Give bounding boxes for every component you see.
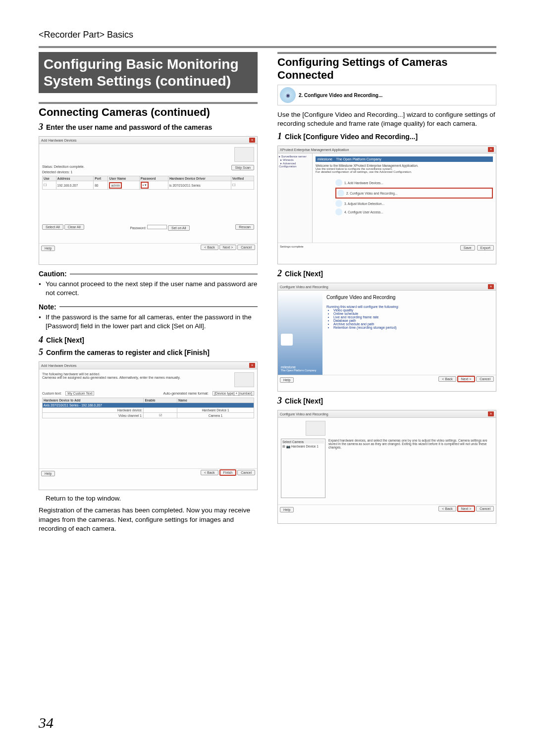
cancel-button[interactable]: Cancel [476,506,494,511]
group-row: Axis 207/210/211 Series - 192.168.0.207 [43,403,254,408]
caution-label: Caution: [39,270,67,278]
back-button[interactable]: < Back [438,506,456,511]
help-button[interactable]: Help [280,507,294,512]
breadcrumb: <Recorder Part> Basics [39,30,496,40]
select-all-button[interactable]: Select All [42,224,63,230]
cell-address: 192.168.0.207 [56,181,94,190]
col-verified: Verified [231,176,254,181]
cancel-button[interactable]: Cancel [476,376,494,382]
close-icon[interactable]: × [488,147,494,152]
page-number: 34 [39,714,54,731]
logo-placeholder [281,334,293,346]
col-port: Port [94,176,108,181]
password-label: Password: [130,226,146,230]
wizard-item-3[interactable]: 3. Adjust Motion Detection... [335,200,493,207]
return-text: Return to the top window. [46,494,258,503]
description-text: Expand hardware devices, and select the … [328,421,493,502]
section-divider [277,52,496,54]
wizard-item-2[interactable]: 2. Configure Video and Recording... [335,188,493,199]
dialog-title: Configure Video and Recording [280,285,328,289]
step-number-5: 5 [39,347,43,357]
skip-scan-button[interactable]: Skip Scan [231,165,254,170]
sub-text-2: For detailed configuration of all settin… [316,170,493,173]
next-button[interactable]: Next > [457,376,475,382]
col-address: Address [56,176,94,181]
close-icon[interactable]: × [488,284,494,289]
list-item: Archive schedule and path [333,322,492,326]
close-icon[interactable]: × [249,138,255,143]
ch-name: Camera 1 [177,413,254,418]
panel-title: Select Camera [282,440,324,444]
motion-icon [335,200,342,207]
password-field[interactable]: • ▾ [141,182,149,189]
screenshot-management-app: XProtect Enterprise Management Applicati… [277,146,496,264]
back-button[interactable]: < Back [201,470,218,475]
main-title: Configuring Basic Monitoring System Sett… [39,52,258,93]
close-icon[interactable]: × [249,363,255,368]
dialog-heading: Configure Video and Recording [326,295,492,300]
intro-line-2: Cameras will be assigned auto-generated … [42,376,180,379]
col-name: Name [177,398,254,403]
caution-text: You cannot proceed to the next step if t… [39,280,258,298]
screenshot-add-hardware-1: Add Hardware Devices × Status: Detection… [39,136,258,265]
logo-placeholder [234,147,254,162]
cancel-button[interactable]: Cancel [237,245,255,250]
export-button[interactable]: Export [477,245,494,251]
logo-placeholder [306,421,325,436]
username-field[interactable]: admin [109,182,122,189]
screenshot-configure-video-2: Configure Video and Recording × Select C… [277,410,496,524]
table-row: Hardware device: Hardware Device 1 [43,408,254,413]
camera-tree-panel: Select Camera ⊞ 📷 Hardware Device 1 [281,439,325,498]
col-driver: Hardware Device Driver [168,176,231,181]
help-button[interactable]: Help [41,246,55,251]
password-input[interactable] [147,225,167,229]
finish-button[interactable]: Finish [219,469,237,476]
closing-paragraph: Registration of the cameras has been com… [39,506,258,533]
left-column: Configuring Basic Monitoring System Sett… [39,52,258,536]
wizard-item-1[interactable]: 1. Add Hardware Devices... [335,179,493,186]
ch-label: Video channel 1: [43,413,144,418]
close-icon[interactable]: × [488,411,494,416]
col-enable: Enable [144,398,177,403]
step-number-1: 1 [277,131,282,142]
rescan-button[interactable]: Rescan [235,224,254,230]
tree-item[interactable]: ⊞ 📷 Hardware Device 1 [282,445,324,449]
user-icon [335,208,342,215]
list-item: Video quality [333,308,492,312]
dialog-title: Add Hardware Devices [41,364,77,367]
auto-name-select[interactable]: [Device type] + [number] [213,391,254,396]
next-button[interactable]: Next > [219,245,236,250]
step-number-2: 2 [277,268,282,279]
step-text-5: Confirm the cameras to register and clic… [46,349,210,356]
list-item: Database path [333,319,492,322]
set-on-all-button[interactable]: Set on All [168,225,190,231]
logo-placeholder [234,372,254,387]
dialog-title: Configure Video and Recording [280,412,328,416]
panel-header: milestone The Open Platform Company [316,156,493,162]
back-button[interactable]: < Back [438,376,456,382]
wizard-item-4[interactable]: 4. Configure User Access... [335,208,493,215]
clear-all-button[interactable]: Clear All [64,224,84,230]
save-button[interactable]: Save [460,245,475,251]
intro-line-1: The following hardware will be added. [42,372,180,376]
status-label: Status: [42,165,53,168]
back-button[interactable]: < Back [201,245,218,250]
help-button[interactable]: Help [280,377,294,383]
hw-label: Hardware device: [43,408,144,413]
custom-text-label: Custom text: [42,392,61,395]
list-item: Retention time (recording storage period… [333,326,492,329]
next-button[interactable]: Next > [457,505,475,512]
page-divider [39,46,496,48]
cancel-button[interactable]: Cancel [237,470,255,475]
brand-name: milestone [281,365,320,369]
window-title: XProtect Enterprise Management Applicati… [280,148,349,151]
cell-driver: is 207/210/211 Series [168,181,231,190]
help-button[interactable]: Help [41,471,55,476]
nav-tree[interactable]: ▸ Surveillance server ▸ Wizards ▸ Advanc… [278,153,313,243]
footer-status: Settings complete [280,245,304,251]
step-text-2: Click [Next] [285,270,323,278]
list-item: Online schedule [333,312,492,315]
section-title-connecting: Connecting Cameras (continued) [39,106,258,119]
custom-text-input[interactable]: My Custom Text [65,391,94,396]
col-user: User Name [108,176,139,181]
